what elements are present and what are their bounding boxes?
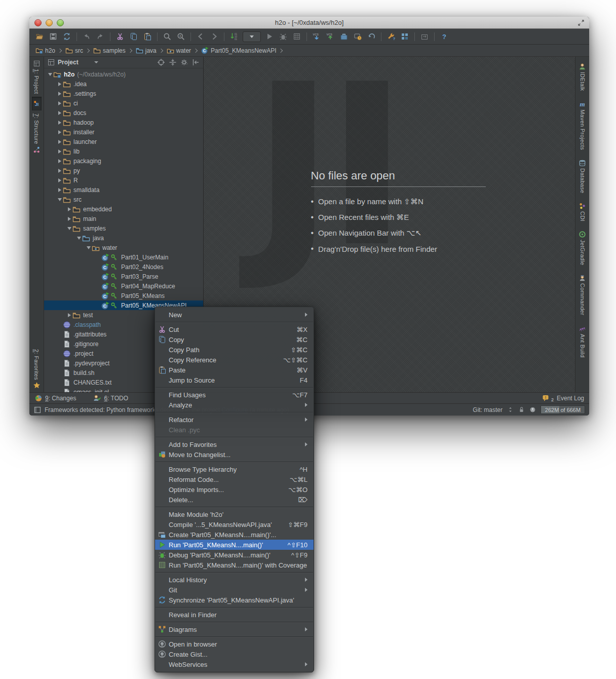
tree-item-embedded[interactable]: embedded: [44, 204, 203, 214]
menu-item-copy-path[interactable]: Copy Path⇧⌘C: [155, 345, 314, 355]
tree-item-java[interactable]: java: [44, 233, 203, 243]
copy-button[interactable]: [128, 30, 140, 43]
menu-item-run-part05-kmeansn-main[interactable]: Run 'Part05_KMeansN....main()'^⇧F10: [155, 540, 314, 550]
inspector-profile-icon[interactable]: [529, 406, 536, 413]
breadcrumb-item-java[interactable]: java: [135, 47, 158, 54]
expand-arrow-icon[interactable]: [57, 101, 63, 105]
expand-arrow-icon[interactable]: [57, 169, 63, 173]
tree-item-main[interactable]: main: [44, 214, 203, 223]
toolwindow-button-1-project[interactable]: 1: Project: [32, 57, 42, 97]
help-button[interactable]: ?: [438, 30, 450, 43]
cut-button[interactable]: [114, 30, 126, 43]
expand-arrow-icon[interactable]: [66, 207, 72, 211]
expand-arrow-icon[interactable]: [57, 111, 63, 115]
menu-item-run-part05-kmeansn-main-with-coverage[interactable]: Run 'Part05_KMeansN....main()' with Cove…: [155, 560, 314, 570]
menu-item-move-to-changelist[interactable]: Move to Changelist...: [155, 449, 314, 460]
lock-icon[interactable]: [518, 406, 525, 413]
tree-item-part05_kmeans[interactable]: CPart05_KMeans: [44, 291, 203, 300]
minimize-button[interactable]: [46, 19, 53, 26]
gear-icon[interactable]: [180, 58, 188, 66]
expand-arrow-icon[interactable]: [57, 92, 63, 96]
memory-indicator[interactable]: 262M of 666M: [541, 405, 585, 414]
menu-item-refactor[interactable]: Refactor: [155, 414, 314, 425]
menu-item-create-part05-kmeansn-main[interactable]: Create 'Part05_KMeansN....main()'...: [155, 530, 314, 540]
menu-item-compile-5-kmeansnewapi-java[interactable]: Compile '...5_KMeansNewAPI.java'⇧⌘F9: [155, 519, 314, 530]
expand-arrow-icon[interactable]: [57, 140, 63, 144]
menu-item-synchronize-part05-kmeansnewapi-java[interactable]: Synchronize 'Part05_KMeansNewAPI.java': [155, 595, 314, 605]
paste-button[interactable]: [141, 30, 153, 43]
toolwindow-button-intellij-logo[interactable]: JI: [32, 97, 42, 110]
collapse-arrow-icon[interactable]: [57, 198, 63, 201]
menu-item-reformat-code[interactable]: Reformat Code...⌥⌘L: [155, 474, 314, 484]
toolwindow-button-commander[interactable]: Commander: [578, 271, 587, 318]
tree-item-py[interactable]: py: [44, 166, 203, 175]
tree-item-hadoop[interactable]: hadoop: [44, 118, 203, 127]
synchronize-button[interactable]: [61, 30, 73, 43]
tree-item-smalldata[interactable]: smalldata: [44, 185, 203, 195]
breadcrumb-item-h2o[interactable]: h2o: [34, 47, 56, 54]
save-all-button[interactable]: [47, 30, 59, 43]
collapse-arrow-icon[interactable]: [47, 73, 53, 76]
menu-item-optimize-imports[interactable]: Optimize Imports...⌥⌘O: [155, 484, 314, 495]
tree-item-water[interactable]: water: [44, 243, 203, 252]
breadcrumb-item-part05_kmeansnewapi[interactable]: CPart05_KMeansNewAPI: [200, 47, 277, 54]
menu-item-git[interactable]: Git: [155, 585, 314, 595]
tree-item-ci[interactable]: ci: [44, 98, 203, 108]
vcs-update-button[interactable]: VCS: [311, 30, 323, 43]
menu-item-new[interactable]: New: [155, 310, 314, 320]
menu-item-analyze[interactable]: Analyze: [155, 400, 314, 410]
menu-item-copy-reference[interactable]: Copy Reference⌥⇧⌘C: [155, 355, 314, 365]
run-configuration-combo[interactable]: [243, 31, 261, 42]
tree-item-docs[interactable]: docs: [44, 108, 203, 118]
menu-item-copy[interactable]: Copy⌘C: [155, 334, 314, 345]
tree-item-launcher[interactable]: launcher: [44, 137, 203, 146]
event-log-button[interactable]: ! 2 Event Log: [542, 394, 584, 402]
toolwindow-button-jetgradle[interactable]: JetGradle: [578, 228, 587, 268]
menu-item-find-usages[interactable]: Find Usages⌥F7: [155, 390, 314, 400]
tree-item-part02_4nodes[interactable]: CPart02_4Nodes: [44, 262, 203, 272]
tree-item-h2o[interactable]: h2o(~/0xdata/ws/h2o): [44, 69, 203, 79]
tree-item-.settings[interactable]: .settings: [44, 89, 203, 98]
toolbox-button[interactable]: [338, 30, 350, 43]
tree-item-src[interactable]: src: [44, 195, 203, 204]
menu-item-create-gist[interactable]: Create Gist...: [155, 649, 314, 659]
expand-arrow-icon[interactable]: [66, 217, 72, 221]
git-branch-widget[interactable]: Git: master: [473, 406, 503, 413]
settings-wrench-button[interactable]: ?: [385, 30, 397, 43]
expand-arrow-icon[interactable]: [57, 178, 63, 182]
fullscreen-icon[interactable]: [577, 19, 585, 27]
menu-item-diagrams[interactable]: Diagrams: [155, 624, 314, 634]
collapse-arrow-icon[interactable]: [86, 246, 92, 249]
breadcrumb-item-water[interactable]: water: [166, 47, 192, 54]
menu-item-add-to-favorites[interactable]: Add to Favorites: [155, 439, 314, 449]
expand-arrow-icon[interactable]: [57, 82, 63, 86]
toolwindow-button-database[interactable]: Database: [578, 156, 587, 197]
expand-arrow-icon[interactable]: [57, 188, 63, 192]
toolwindow-toggle-icon[interactable]: [33, 406, 42, 414]
menu-item-jump-to-source[interactable]: Jump to SourceF4: [155, 375, 314, 385]
breadcrumb-item-samples[interactable]: samples: [92, 47, 127, 54]
toolwindow-button-ant-build[interactable]: Ant Build: [578, 322, 587, 361]
expand-arrow-icon[interactable]: [57, 130, 63, 134]
tree-item-samples[interactable]: samples: [44, 223, 203, 233]
tree-item-.idea[interactable]: .idea: [44, 79, 203, 89]
toolwindow-button-idetalk[interactable]: IDEtalk: [578, 60, 587, 94]
menu-item-local-history[interactable]: Local History: [155, 575, 314, 585]
tree-item-part04_mapreduce[interactable]: CPart04_MapReduce: [44, 281, 203, 291]
expand-arrow-icon[interactable]: [66, 313, 72, 317]
collapse-arrow-icon[interactable]: [66, 227, 72, 230]
zoom-button[interactable]: [57, 19, 64, 26]
tree-item-r[interactable]: R: [44, 175, 203, 185]
replace-button[interactable]: a: [175, 30, 187, 43]
menu-item-debug-part05-kmeansn-main[interactable]: Debug 'Part05_KMeansN....main()'^⇧F9: [155, 550, 314, 560]
menu-item-open-in-browser[interactable]: Open in browser: [155, 639, 314, 649]
menu-item-cut[interactable]: Cut⌘X: [155, 324, 314, 334]
rollback-button[interactable]: [365, 30, 377, 43]
menu-item-webservices[interactable]: WebServices: [155, 659, 314, 669]
tree-item-installer[interactable]: installer: [44, 127, 203, 137]
tree-item-lib[interactable]: lib: [44, 146, 203, 156]
hide-panel-icon[interactable]: [192, 58, 200, 66]
run-config-button[interactable]: 011001: [228, 30, 240, 43]
menu-item-paste[interactable]: Paste⌘V: [155, 365, 314, 375]
close-button[interactable]: [34, 19, 42, 26]
